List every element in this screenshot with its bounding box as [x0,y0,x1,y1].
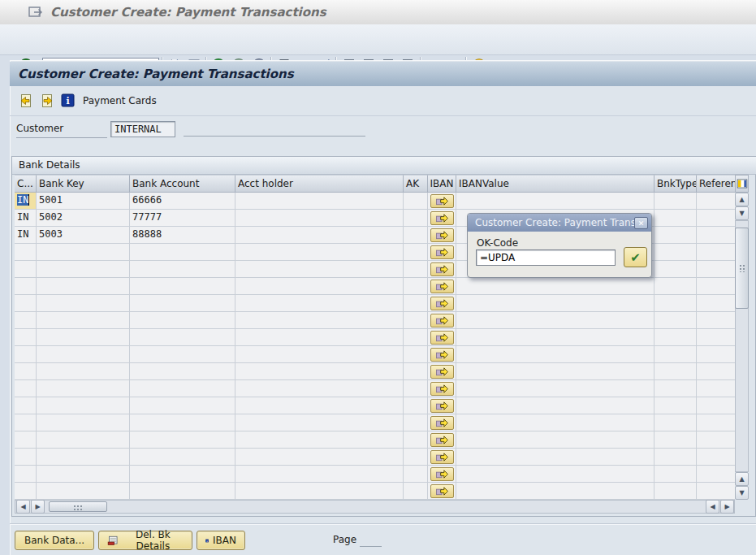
cell-ak[interactable] [404,466,428,483]
cell-bnk_type[interactable] [654,346,697,363]
iban-create-button[interactable] [430,450,454,464]
cell-iban_value[interactable] [456,414,654,431]
iban-cell[interactable] [428,397,456,414]
iban-cell[interactable] [428,449,456,466]
cell-acct_holder[interactable] [235,278,404,295]
cell-bnk_type[interactable] [654,466,697,483]
cell-acct_holder[interactable] [235,363,404,380]
cell-bank_account[interactable] [130,380,235,397]
cell-bnk_type[interactable] [654,329,697,346]
horizontal-scrollbar-thumb[interactable] [49,501,107,512]
cell-bnk_type[interactable] [654,227,697,244]
column-header[interactable]: C... [15,175,37,193]
cell-bnk_type[interactable] [654,210,697,227]
iban-cell[interactable] [428,261,456,278]
cell-ak[interactable] [404,278,428,295]
okcode-input[interactable] [476,249,616,266]
iban-cell[interactable] [428,483,456,500]
cell-iban_value[interactable] [456,363,654,380]
iban-cell[interactable] [428,329,456,346]
column-header[interactable]: Bank Key [37,175,130,193]
cell-bnk_type[interactable] [654,363,697,380]
cell-acct_holder[interactable] [235,380,404,397]
cell-ak[interactable] [404,431,428,449]
iban-cell[interactable] [428,346,456,363]
cell-bank_account[interactable] [130,346,235,363]
iban-cell[interactable] [428,295,456,312]
cell-c[interactable] [15,295,37,312]
cell-reference[interactable] [697,483,735,500]
cell-bnk_type[interactable] [654,449,697,466]
cell-bank_key[interactable] [37,431,130,449]
cell-bank_key[interactable] [37,414,130,431]
cell-acct_holder[interactable] [235,312,404,329]
cell-bank_account[interactable] [130,295,235,312]
cell-acct_holder[interactable] [235,449,404,466]
cell-c[interactable] [15,329,37,346]
scroll-right-button[interactable]: ▶ [31,500,45,514]
cell-iban_value[interactable] [456,193,654,210]
cell-bank_key[interactable] [37,363,130,380]
cell-bank_key[interactable] [37,278,130,295]
cell-bnk_type[interactable] [654,261,697,278]
cell-c[interactable] [15,449,37,466]
cell-iban_value[interactable] [456,466,654,483]
cell-bank_key[interactable] [37,261,130,278]
cell-bank_account[interactable] [130,414,235,431]
cell-bank_key[interactable] [37,312,130,329]
cell-bnk_type[interactable] [654,278,697,295]
bank-data-button[interactable]: Bank Data... [15,531,94,550]
cell-ak[interactable] [404,244,428,261]
cell-reference[interactable] [697,261,735,278]
iban-cell[interactable] [428,210,456,227]
cell-iban_value[interactable] [456,346,654,363]
scroll-down-button[interactable]: ▼ [735,206,749,220]
cell-bank_key[interactable]: 5003 [37,227,130,244]
cell-reference[interactable] [697,346,735,363]
iban-create-button[interactable] [430,399,454,413]
cell-reference[interactable] [697,329,735,346]
cell-iban_value[interactable] [456,295,654,312]
dialog-titlebar[interactable]: Customer Create: Payment Trans... [468,214,651,232]
cell-ak[interactable] [404,210,428,227]
cell-reference[interactable] [697,414,735,431]
cell-reference[interactable] [697,431,735,449]
iban-cell[interactable] [428,227,456,244]
cell-c[interactable] [15,312,37,329]
cell-c[interactable] [15,380,37,397]
iban-create-button[interactable] [430,194,454,208]
scroll-left-button[interactable]: ◀ [16,500,30,514]
cell-acct_holder[interactable] [235,483,404,500]
cell-acct_holder[interactable] [235,466,404,483]
cell-bank_key[interactable]: 5001 [37,193,130,210]
table-configuration-button[interactable] [735,175,749,193]
cell-c[interactable] [15,397,37,414]
cell-reference[interactable] [697,397,735,414]
iban-cell[interactable] [428,431,456,449]
cell-bank_account[interactable] [130,363,235,380]
cell-reference[interactable] [697,193,735,210]
cell-c[interactable] [15,346,37,363]
iban-button[interactable]: i IBAN [197,531,245,550]
cell-iban_value[interactable] [456,483,654,500]
cell-ak[interactable] [404,193,428,210]
cell-acct_holder[interactable] [235,227,404,244]
cell-c[interactable]: IN [15,193,37,210]
next-screen-icon[interactable] [39,93,55,109]
cell-ak[interactable] [404,483,428,500]
scroll-up-button[interactable]: ▲ [735,193,749,206]
cell-c[interactable] [15,278,37,295]
close-icon[interactable]: ✕ [634,217,648,229]
iban-create-button[interactable] [430,484,454,498]
cell-ak[interactable] [404,346,428,363]
previous-screen-icon[interactable] [18,93,34,109]
cell-c[interactable]: IN [15,227,37,244]
iban-cell[interactable] [428,466,456,483]
cell-bnk_type[interactable] [654,295,697,312]
column-header[interactable]: Referenc [697,175,735,193]
cell-bank_account[interactable]: 77777 [130,210,235,227]
cell-bank_account[interactable] [130,261,235,278]
cell-iban_value[interactable] [456,278,654,295]
cell-ak[interactable] [404,397,428,414]
cell-iban_value[interactable] [456,431,654,449]
